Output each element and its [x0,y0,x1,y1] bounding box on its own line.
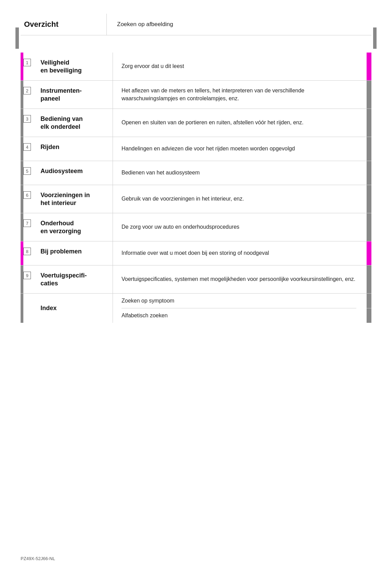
toc-title-4: Rijden [41,143,59,151]
footer-text: PZ49X-52J66-NL [21,556,55,561]
toc-row-2: 2 Instrumenten-paneel Het aflezen van de… [21,81,371,109]
toc-title-6: Voorzieningen inhet interieur [41,191,90,207]
toc-right-bar-5 [367,161,371,185]
toc-number-8: 8 [23,248,31,255]
toc-row-3: 3 Bediening vanelk onderdeel Openen en s… [21,109,371,137]
toc-number-6: 6 [23,191,31,199]
toc-right-bar-1 [367,53,371,80]
toc-number-5: 5 [23,167,31,175]
toc-divider-4 [113,137,113,161]
toc-row-5: 5 Audiosysteem Bedienen van het audiosys… [21,161,371,185]
header-divider [106,14,107,35]
toc-title-col-7: Onderhouden verzorging [39,213,113,241]
row-left-bar-5 [21,161,23,185]
toc-number-3: 3 [23,115,31,123]
row-left-bar-2 [21,81,23,109]
toc-divider-3 [113,109,113,137]
toc-divider-2 [113,81,113,109]
toc-divider-6 [113,185,113,213]
row-left-bar-9 [21,265,23,293]
toc-right-bar-9 [367,265,371,293]
toc-title-col-8: Bij problemen [39,241,113,265]
toc-row-1: 1 Veiligheiden beveiliging Zorg ervoor d… [21,53,371,81]
toc-right-bar-4 [367,137,371,161]
toc-right-bar-7 [367,213,371,241]
page-footer: PZ49X-52J66-NL [21,556,55,561]
header-right-sidebar-bar [373,27,377,49]
toc-number-7: 7 [23,219,31,227]
toc-title-col-4: Rijden [39,137,113,161]
toc-desc-1: Zorg ervoor dat u dit leest [122,53,361,80]
toc-title-7: Onderhouden verzorging [41,219,81,235]
row-left-bar-3 [21,109,23,137]
toc-title-8: Bij problemen [41,248,82,255]
page-container: Overzicht Zoeken op afbeelding 1 Veiligh… [0,14,392,568]
header-section: Overzicht Zoeken op afbeelding [21,14,371,35]
toc-title-col-2: Instrumenten-paneel [39,81,113,109]
index-number-col [23,294,39,323]
toc-desc-6: Gebruik van de voorzieningen in het inte… [122,185,361,213]
header-description: Zoeken op afbeelding [117,14,371,35]
row-left-bar-8 [21,241,23,265]
toc-title-col-3: Bediening vanelk onderdeel [39,109,113,137]
row-left-bar-4 [21,137,23,161]
toc-desc-9: Voertuigspecificaties, systemen met moge… [122,265,361,293]
index-sub-row-2: Alfabetisch zoeken [122,308,356,323]
toc-number-col-1: 1 [23,53,39,80]
toc-right-bar-8 [367,241,371,265]
toc-row-4: 4 Rijden Handelingen en adviezen die voo… [21,137,371,161]
toc-divider-7 [113,213,113,241]
toc-number-col-8: 8 [23,241,39,265]
header-left: Overzicht [21,14,96,35]
toc-title-col-6: Voorzieningen inhet interieur [39,185,113,213]
index-title-col: Index [39,294,113,323]
toc-number-2: 2 [23,87,31,94]
header-left-sidebar-bar [15,27,19,49]
index-title: Index [41,304,57,312]
toc-title-3: Bediening vanelk onderdeel [41,115,83,130]
toc-number-4: 4 [23,143,31,151]
toc-row-8: 8 Bij problemen Informatie over wat u mo… [21,241,371,265]
toc-number-col-6: 6 [23,185,39,213]
row-left-bar-7 [21,213,23,241]
toc-right-bar-6 [367,185,371,213]
toc-title-col-9: Voertuigspecifi-caties [39,265,113,293]
toc-number-col-3: 3 [23,109,39,137]
index-right-bars [361,294,371,323]
toc-title-9: Voertuigspecifi-caties [41,272,87,287]
toc-desc-4: Handelingen en adviezen die voor het rij… [122,137,361,161]
row-left-bar-1 [21,53,23,80]
toc-right-bar-2 [367,81,371,109]
toc-number-1: 1 [23,59,31,66]
toc-title-2: Instrumenten-paneel [41,87,82,102]
toc-number-col-9: 9 [23,265,39,293]
toc-index-section: Index Zoeken op symptoom Alfabetisch zoe… [21,294,371,323]
toc-title-5: Audiosysteem [41,167,83,175]
toc-row-9: 9 Voertuigspecifi-caties Voertuigspecifi… [21,265,371,294]
toc-divider-5 [113,161,113,185]
toc-divider-9 [113,265,113,293]
index-divider [113,294,113,323]
toc-row-7: 7 Onderhouden verzorging De zorg voor uw… [21,213,371,241]
toc-desc-2: Het aflezen van de meters en tellers, he… [122,81,361,109]
toc-desc-3: Openen en sluiten van de portieren en ru… [122,109,361,137]
toc-desc-8: Informatie over wat u moet doen bij een … [122,241,361,265]
toc-title-col-5: Audiosysteem [39,161,113,185]
toc-row-6: 6 Voorzieningen inhet interieur Gebruik … [21,185,371,213]
index-right-bar-1 [367,294,371,308]
toc-desc-5: Bedienen van het audiosysteem [122,161,361,185]
toc-number-col-4: 4 [23,137,39,161]
index-sub-row-1: Zoeken op symptoom [122,294,356,308]
header-title: Overzicht [21,20,58,29]
toc-desc-7: De zorg voor uw auto en onderhoudsproced… [122,213,361,241]
toc-number-col-2: 2 [23,81,39,109]
toc-number-9: 9 [23,272,31,279]
index-right-bar-2 [367,308,371,323]
toc-content: 1 Veiligheiden beveiliging Zorg ervoor d… [21,53,371,323]
toc-divider-1 [113,53,113,80]
toc-number-col-7: 7 [23,213,39,241]
row-left-bar-6 [21,185,23,213]
toc-title-col-1: Veiligheiden beveiliging [39,53,113,80]
toc-title-1: Veiligheiden beveiliging [41,59,82,74]
index-desc-col: Zoeken op symptoom Alfabetisch zoeken [122,294,356,323]
